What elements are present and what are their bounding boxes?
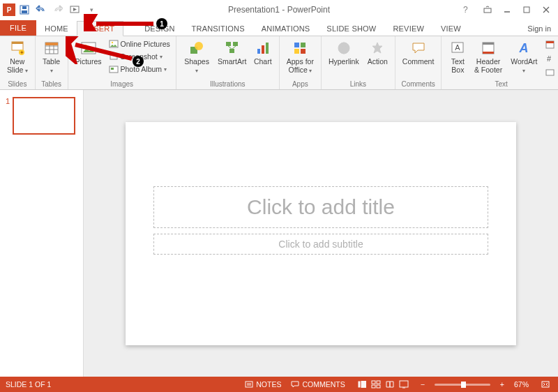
table-button[interactable]: Table xyxy=(40,38,63,75)
tab-review[interactable]: REVIEW xyxy=(384,22,432,36)
svg-rect-62 xyxy=(372,381,375,384)
table-icon xyxy=(43,39,61,57)
slide-number-icon: # xyxy=(545,53,555,63)
comment-icon xyxy=(409,39,428,57)
new-slide-label: New Slide xyxy=(7,58,28,74)
zoom-out-button[interactable]: − xyxy=(421,380,425,389)
group-tables: Table Tables xyxy=(36,36,68,89)
svg-rect-34 xyxy=(257,49,260,54)
annotation-badge-2: 2 xyxy=(133,56,144,67)
fit-to-window-button[interactable] xyxy=(538,379,552,389)
object-button[interactable] xyxy=(544,66,557,78)
slide-sorter-view-button[interactable] xyxy=(369,379,383,389)
maximize-button[interactable] xyxy=(518,3,536,17)
group-illustrations-label: Illustrations xyxy=(210,80,246,89)
slide-thumbnail-pane[interactable]: 1 xyxy=(0,90,84,377)
hyperlink-button[interactable]: Hyperlink xyxy=(326,38,362,66)
chart-button[interactable]: Chart xyxy=(251,38,275,66)
zoom-slider-knob[interactable] xyxy=(461,382,466,388)
normal-view-button[interactable] xyxy=(355,379,369,389)
apps-for-office-button[interactable]: Apps for Office xyxy=(284,38,317,74)
smartart-button[interactable]: SmartArt xyxy=(216,38,248,66)
tab-insert[interactable]: INSERT xyxy=(77,21,123,36)
comments-button[interactable]: COMMENTS xyxy=(291,380,345,389)
textbox-button[interactable]: AText Box xyxy=(446,38,469,74)
group-comments: Comment Comments xyxy=(395,36,442,89)
tab-home[interactable]: HOME xyxy=(36,22,77,36)
tab-slideshow[interactable]: SLIDE SHOW xyxy=(318,22,384,36)
slide-number-button[interactable]: # xyxy=(544,52,557,64)
tab-transitions[interactable]: TRANSITIONS xyxy=(183,22,253,36)
zoom-level[interactable]: 67% xyxy=(514,380,529,389)
powerpoint-logo-icon: P xyxy=(3,3,15,16)
help-button[interactable]: ? xyxy=(463,5,477,15)
svg-rect-35 xyxy=(262,45,264,54)
photo-album-icon xyxy=(109,64,119,74)
customize-qat-button[interactable]: ▾ xyxy=(84,2,99,17)
save-button[interactable] xyxy=(17,2,32,17)
reading-view-button[interactable] xyxy=(383,379,397,389)
undo-button[interactable] xyxy=(33,2,49,17)
svg-line-33 xyxy=(232,46,236,49)
close-button[interactable] xyxy=(537,3,555,17)
chart-icon xyxy=(254,39,272,57)
group-comments-label: Comments xyxy=(401,80,435,89)
svg-point-28 xyxy=(195,42,203,50)
group-apps-label: Apps xyxy=(292,80,308,89)
pictures-button[interactable]: Pictures xyxy=(73,38,105,66)
subtitle-placeholder[interactable]: Click to add subtitle xyxy=(153,234,488,255)
work-area: 1 Click to add title Click to add subtit… xyxy=(0,90,558,377)
svg-text:#: # xyxy=(547,54,552,63)
minimize-button[interactable] xyxy=(498,3,516,17)
wordart-button[interactable]: AWordArt xyxy=(507,38,541,75)
svg-rect-53 xyxy=(546,70,554,75)
shapes-button[interactable]: Shapes xyxy=(181,38,213,75)
svg-rect-60 xyxy=(358,381,366,388)
comment-button[interactable]: Comment xyxy=(400,38,437,66)
notes-button[interactable]: NOTES xyxy=(245,380,281,389)
date-time-button[interactable] xyxy=(544,38,557,50)
online-pictures-button[interactable]: Online Pictures xyxy=(107,38,172,50)
svg-rect-30 xyxy=(233,42,238,46)
status-bar: SLIDE 1 OF 1 NOTES COMMENTS − + 67% xyxy=(0,377,558,392)
group-text: AText Box Header & Footer AWordArt # Tex… xyxy=(442,36,558,89)
online-pictures-label: Online Pictures xyxy=(121,40,170,48)
new-slide-button[interactable]: ✦ New Slide xyxy=(4,38,31,74)
group-links: Hyperlink Action Links xyxy=(322,36,395,89)
title-placeholder[interactable]: Click to add title xyxy=(153,186,488,228)
action-icon xyxy=(368,39,386,57)
sign-in-link[interactable]: Sign in xyxy=(520,22,558,36)
start-slideshow-button[interactable] xyxy=(67,2,82,17)
svg-rect-68 xyxy=(542,382,549,387)
slideshow-view-button[interactable] xyxy=(397,379,411,389)
shapes-icon xyxy=(188,39,206,57)
svg-rect-2 xyxy=(22,6,27,9)
pictures-label: Pictures xyxy=(75,58,102,66)
svg-rect-64 xyxy=(372,385,375,388)
svg-rect-29 xyxy=(226,42,231,46)
zoom-in-button[interactable]: + xyxy=(500,380,504,389)
slide-thumbnail-1[interactable] xyxy=(13,97,75,135)
tab-view[interactable]: VIEW xyxy=(432,22,469,36)
svg-text:✦: ✦ xyxy=(19,50,24,56)
action-button[interactable]: Action xyxy=(365,38,391,66)
tab-animations[interactable]: ANIMATIONS xyxy=(253,22,319,36)
redo-button[interactable] xyxy=(50,2,66,17)
thumb-number: 1 xyxy=(6,97,10,135)
ribbon: ✦ New Slide Slides Table Tables Pictures… xyxy=(0,36,558,90)
tab-design[interactable]: DESIGN xyxy=(123,22,183,36)
svg-rect-66 xyxy=(400,381,408,387)
tab-file[interactable]: FILE xyxy=(0,20,36,36)
annotation-badge-1: 1 xyxy=(156,18,167,29)
online-pictures-icon xyxy=(109,39,119,49)
svg-line-32 xyxy=(228,46,232,49)
header-footer-button[interactable]: Header & Footer xyxy=(472,38,504,74)
svg-rect-1 xyxy=(22,10,27,13)
svg-rect-31 xyxy=(229,49,234,53)
slide-counter[interactable]: SLIDE 1 OF 1 xyxy=(6,380,51,389)
ribbon-options-button[interactable] xyxy=(478,3,497,17)
svg-rect-47 xyxy=(483,43,494,45)
slide-canvas[interactable]: Click to add title Click to add subtitle xyxy=(84,90,558,377)
slide[interactable]: Click to add title Click to add subtitle xyxy=(126,122,516,345)
zoom-slider[interactable] xyxy=(435,384,490,386)
